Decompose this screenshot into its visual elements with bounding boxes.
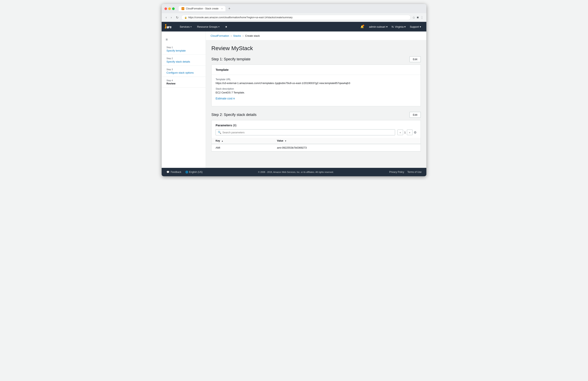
feedback-button[interactable]: 💬 Feedback — [167, 171, 181, 173]
browser-tab[interactable]: CF CloudFormation - Stack create × — [179, 6, 225, 11]
new-tab-button[interactable]: + — [228, 7, 231, 11]
step-2-label: Step 2 — [167, 57, 201, 60]
tab-title: CloudFormation - Stack create — [186, 7, 219, 10]
lock-icon: 🔒 — [184, 16, 187, 19]
step1-section: Step 1: Specify template Edit Template T… — [211, 56, 421, 106]
prev-page-button[interactable]: ‹ — [398, 129, 403, 135]
settings-icon[interactable]: ⚙ — [414, 130, 417, 134]
language-selector[interactable]: 🌐 English (US) — [185, 171, 203, 173]
support-menu[interactable]: Support ▾ — [408, 25, 423, 28]
search-box[interactable]: 🔍 — [216, 129, 395, 135]
terms-link[interactable]: Terms of Use — [407, 171, 421, 173]
step-4-label: Step 4 — [167, 79, 201, 82]
parameters-card: Parameters (8) 🔍 ‹ 1 › — [211, 120, 421, 152]
close-button[interactable] — [165, 7, 167, 10]
breadcrumb-create-stack: Create stack — [245, 34, 260, 37]
resource-groups-nav-item[interactable]: Resource Groups ▾ — [194, 22, 222, 31]
notifications-bell[interactable]: 🔔 — [360, 25, 364, 28]
stack-description-value: EC2 CentOS 7 Template. — [216, 91, 417, 94]
page-title: Review MyStack — [211, 45, 421, 52]
search-input[interactable] — [222, 131, 393, 134]
traffic-lights — [165, 7, 175, 10]
col-value-label: Value — [277, 139, 283, 142]
step-3-link[interactable]: Configure stack options — [167, 71, 194, 74]
estimate-cost-link[interactable]: Estimate cost ⧉ — [216, 97, 417, 100]
step-2-link[interactable]: Specify stack details — [167, 60, 190, 63]
bookmark-icon[interactable]: ☆ — [412, 16, 415, 20]
pin-nav-item[interactable]: ★ — [222, 22, 230, 31]
breadcrumb-sep-2: › — [243, 34, 243, 37]
support-caret: ▾ — [420, 25, 421, 28]
pagination: ‹ 1 › ⚙ — [398, 129, 417, 135]
col-key-sort-icon: ▲ — [221, 140, 223, 142]
template-card: Template Template URL https://s3-externa… — [211, 64, 421, 106]
sidebar-step-3: Step 3 Configure stack options — [162, 66, 206, 77]
back-button[interactable]: ‹ — [165, 15, 168, 20]
page-layout: ≡ Step 1 Specify template Step 2 Specify… — [162, 31, 426, 168]
feedback-label: Feedback — [171, 171, 181, 173]
browser-nav: ‹ › ↻ 🔒 https://console.aws.amazon.com/c… — [162, 13, 426, 22]
step2-section: Step 2: Specify stack details Edit Param… — [211, 112, 421, 152]
parameters-table: Key ▲ Value ▼ — [211, 138, 420, 151]
search-icon: 🔍 — [218, 131, 221, 134]
resource-groups-label: Resource Groups — [197, 25, 218, 28]
breadcrumb-sep-1: › — [231, 34, 232, 37]
step-4-current: Review — [167, 82, 201, 85]
step-1-link[interactable]: Specify template — [167, 49, 186, 52]
user-caret: ▾ — [386, 25, 388, 28]
aws-navbar: Services ▾ Resource Groups ▾ ★ 🔔 admin-s… — [162, 22, 426, 31]
services-nav-item[interactable]: Services ▾ — [177, 22, 194, 31]
page-number: 1 — [404, 131, 406, 134]
sidebar-toggle[interactable]: ≡ — [162, 36, 206, 44]
col-value-header[interactable]: Value ▼ — [273, 138, 420, 144]
template-url-label: Template URL — [216, 78, 417, 81]
user-menu[interactable]: admin-subsari ▾ — [367, 25, 390, 28]
maximize-button[interactable] — [172, 7, 175, 10]
address-url: https://console.aws.amazon.com/cloudform… — [188, 16, 293, 19]
browser-menu-icon[interactable]: ⋮ — [420, 16, 423, 20]
notification-dot — [363, 25, 364, 26]
feedback-icon: 💬 — [167, 171, 169, 173]
params-header: Parameters (8) — [211, 120, 420, 129]
aws-logo[interactable] — [165, 24, 173, 30]
breadcrumb-stacks[interactable]: Stacks — [233, 34, 241, 37]
address-bar[interactable]: 🔒 https://console.aws.amazon.com/cloudfo… — [181, 15, 411, 20]
reload-button[interactable]: ↻ — [175, 15, 180, 20]
params-count: (8) — [233, 124, 236, 127]
next-page-button[interactable]: › — [407, 129, 413, 135]
col-key-header[interactable]: Key ▲ — [211, 138, 273, 144]
footer: 💬 Feedback 🌐 English (US) © 2008 - 2019,… — [162, 168, 426, 176]
template-url-field: Template URL https://s3-external-1.amazo… — [216, 78, 417, 85]
step2-heading: Step 2: Specify stack details — [211, 113, 256, 117]
estimate-cost-field: Estimate cost ⧉ — [216, 97, 417, 100]
tab-close-button[interactable]: × — [221, 7, 223, 10]
lang-label: English (US) — [189, 171, 203, 173]
extension-icon[interactable]: ■ — [417, 16, 419, 19]
step-1-label: Step 1 — [167, 46, 201, 48]
region-menu[interactable]: N. Virginia ▾ — [390, 25, 408, 28]
col-value-sort-icon: ▼ — [285, 140, 287, 142]
step2-edit-button[interactable]: Edit — [410, 112, 421, 118]
step1-edit-button[interactable]: Edit — [410, 56, 421, 62]
params-title: Parameters — [216, 124, 232, 127]
template-card-title: Template — [211, 65, 420, 75]
template-url-value: https://s3-external-1.amazonaws.com/cf-t… — [216, 82, 417, 85]
services-label: Services — [180, 25, 190, 28]
table-row: AMI ami-0922553b7b0369273 — [211, 144, 420, 151]
col-key-label: Key — [216, 139, 220, 142]
tab-favicon: CF — [182, 7, 184, 10]
stack-description-field: Stack description EC2 CentOS 7 Template. — [216, 87, 417, 94]
step1-heading: Step 1: Specify template — [211, 57, 251, 61]
forward-button[interactable]: › — [169, 15, 173, 20]
row-key: AMI — [211, 144, 273, 151]
minimize-button[interactable] — [168, 7, 171, 10]
sidebar-step-1: Step 1 Specify template — [162, 44, 206, 55]
support-label: Support — [410, 25, 419, 28]
sidebar-step-4: Step 4 Review — [162, 77, 206, 88]
breadcrumb-cloudformation[interactable]: CloudFormation — [210, 34, 229, 37]
sidebar-step-2: Step 2 Specify stack details — [162, 55, 206, 66]
privacy-link[interactable]: Privacy Policy — [389, 171, 404, 173]
region-label: N. Virginia — [392, 25, 404, 28]
pin-icon: ★ — [225, 25, 228, 28]
external-link-icon: ⧉ — [233, 97, 235, 100]
